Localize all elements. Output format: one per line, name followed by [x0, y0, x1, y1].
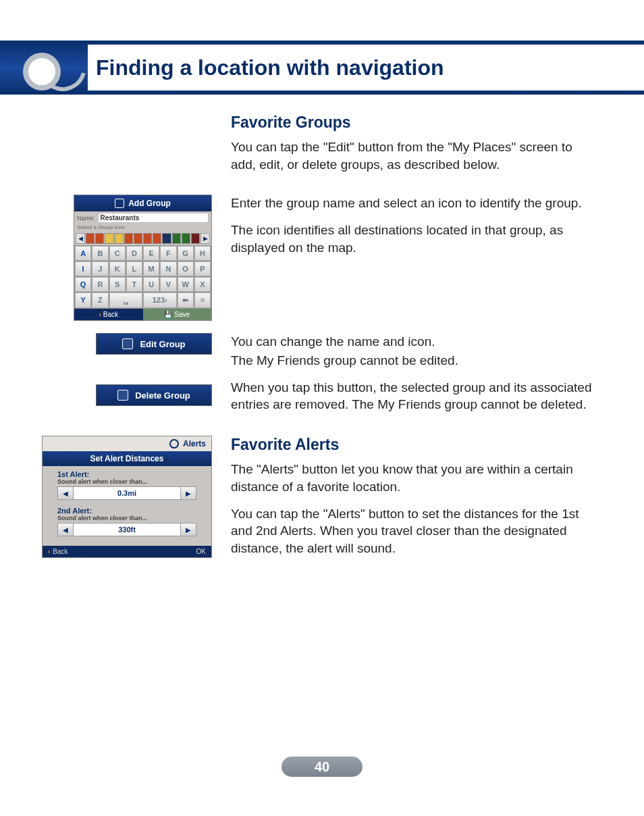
group-icon-option[interactable] [134, 233, 142, 244]
group-icon-option[interactable] [124, 233, 133, 244]
keyboard-key[interactable]: H [194, 246, 211, 261]
icon-strip: ◀ ▶ [74, 232, 211, 245]
alert1-decrease-button[interactable]: ◀ [57, 486, 74, 500]
keyboard-key[interactable]: Q [75, 277, 91, 292]
alerts-ok-button[interactable]: OK [196, 548, 206, 555]
group-icon-option[interactable] [115, 233, 124, 244]
group-icon-option[interactable] [172, 233, 181, 244]
alert2-decrease-button[interactable]: ◀ [57, 523, 74, 536]
add-group-desc-1: Enter the group name and select an icon … [231, 195, 601, 212]
keyboard-key[interactable]: J [92, 261, 108, 276]
alerts-tab-label: Alerts [183, 439, 206, 449]
keyboard-key[interactable]: L [126, 261, 142, 276]
alert1-label: 1st Alert: [57, 470, 196, 478]
keyboard-key[interactable]: I [75, 261, 91, 276]
delete-group-desc: When you tap this button, the selected g… [231, 379, 601, 413]
add-group-panel: Add Group Name: Select a Group Icon ◀ ▶ … [74, 195, 212, 321]
alert2-increase-button[interactable]: ▶ [180, 523, 196, 536]
chevron-left-icon: ‹ [48, 548, 50, 555]
keyboard-key[interactable]: X [194, 277, 211, 292]
onscreen-keyboard: ABCDEFGHIJKLMNOPQRSTUVWXYZ␣123›⬅≡ [74, 245, 211, 309]
alerts-back-button[interactable]: ‹Back [48, 548, 68, 555]
keyboard-key[interactable]: E [143, 246, 159, 261]
keyboard-key[interactable]: U [143, 277, 159, 292]
keyboard-key[interactable]: ␣ [109, 292, 143, 308]
keyboard-key[interactable]: O [178, 261, 194, 276]
add-group-name-input[interactable] [98, 213, 209, 223]
favorite-alerts-p2: You can tap the "Alerts" button to set t… [231, 505, 601, 557]
favorite-alerts-heading: Favorite Alerts [231, 436, 601, 454]
keyboard-key[interactable]: V [160, 277, 176, 292]
alerts-icon [169, 439, 179, 449]
group-icon-option[interactable] [95, 233, 104, 244]
edit-group-label: Edit Group [140, 339, 185, 349]
keyboard-key[interactable]: ≡ [194, 292, 211, 308]
page-title: Finding a location with navigation [96, 55, 444, 80]
group-icon-option[interactable] [86, 233, 95, 244]
header-circle-icon [23, 53, 61, 91]
group-icon-option[interactable] [191, 233, 200, 244]
group-icon-option[interactable] [143, 233, 152, 244]
favorite-alerts-p1: The "Alerts" button let you know that yo… [231, 461, 601, 495]
group-icon-option[interactable] [182, 233, 190, 244]
back-label: Back [103, 311, 118, 318]
keyboard-key[interactable]: K [109, 261, 126, 276]
header-bar: Finding a location with navigation [0, 41, 644, 95]
alert2-label: 2nd Alert: [57, 507, 196, 515]
keyboard-key[interactable]: D [126, 246, 142, 261]
page-header: Finding a location with navigation [0, 0, 644, 95]
keyboard-key[interactable]: N [160, 261, 176, 276]
keyboard-key[interactable]: Z [92, 292, 108, 308]
add-group-back-button[interactable]: ‹Back [74, 309, 143, 320]
edit-icon [122, 338, 133, 349]
add-group-save-button[interactable]: 💾Save [143, 309, 212, 320]
keyboard-key[interactable]: A [75, 246, 91, 261]
keyboard-key[interactable]: W [178, 277, 194, 292]
group-icon-option[interactable] [162, 233, 171, 244]
icon-next-button[interactable]: ▶ [200, 233, 210, 244]
alert2-sub: Sound alert when closer than... [57, 515, 196, 521]
group-icon-option[interactable] [105, 233, 113, 244]
select-icon-label: Select a Group Icon [74, 224, 211, 232]
group-icon-option[interactable] [153, 233, 161, 244]
delete-icon [117, 390, 128, 401]
add-group-title: Add Group [74, 195, 211, 211]
chevron-left-icon: ‹ [99, 311, 101, 318]
disk-icon: 💾 [164, 311, 172, 318]
keyboard-key[interactable]: P [194, 261, 211, 276]
add-group-title-icon [115, 199, 124, 208]
alert2-value: 330ft [74, 523, 180, 536]
keyboard-key[interactable]: G [178, 246, 194, 261]
add-group-desc-2: The icon identifies all destinations loc… [231, 222, 601, 256]
keyboard-key[interactable]: ⬅ [178, 292, 194, 308]
set-alert-title: Set Alert Distances [43, 451, 211, 466]
header-bar-inner: Finding a location with navigation [88, 45, 644, 91]
delete-group-label: Delete Group [135, 390, 190, 401]
keyboard-key[interactable]: R [92, 277, 108, 292]
favorite-groups-heading: Favorite Groups [231, 113, 601, 132]
page-number: 40 [281, 757, 363, 777]
add-group-title-text: Add Group [128, 199, 171, 208]
delete-group-button[interactable]: Delete Group [96, 384, 212, 406]
save-label: Save [174, 311, 190, 318]
keyboard-key[interactable]: F [160, 246, 176, 261]
keyboard-key[interactable]: C [109, 246, 126, 261]
edit-group-button[interactable]: Edit Group [96, 333, 212, 355]
edit-group-desc-1: You can change the name and icon. [231, 333, 601, 351]
keyboard-key[interactable]: S [109, 277, 126, 292]
alerts-panel: Alerts Set Alert Distances 1st Alert: So… [42, 436, 212, 558]
alerts-back-label: Back [53, 548, 68, 555]
alert1-sub: Sound alert when closer than... [57, 478, 196, 485]
add-group-name-label: Name: [77, 215, 95, 222]
keyboard-key[interactable]: 123› [143, 292, 177, 308]
icon-prev-button[interactable]: ◀ [76, 233, 85, 244]
alert1-value: 0.3mi [74, 486, 180, 500]
alert1-increase-button[interactable]: ▶ [180, 486, 196, 500]
keyboard-key[interactable]: T [126, 277, 142, 292]
alerts-tab[interactable]: Alerts [43, 436, 211, 451]
keyboard-key[interactable]: Y [75, 292, 91, 308]
favorite-groups-intro: You can tap the "Edit" button from the "… [231, 138, 601, 173]
keyboard-key[interactable]: B [92, 246, 108, 261]
edit-group-desc-2: The My Friends group cannot be edited. [231, 352, 601, 369]
keyboard-key[interactable]: M [143, 261, 159, 276]
